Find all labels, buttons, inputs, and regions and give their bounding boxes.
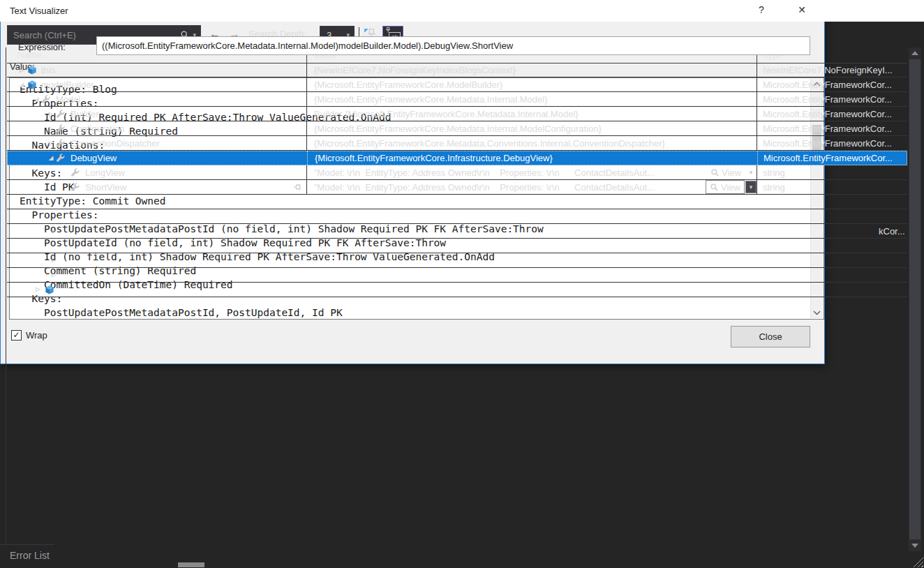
object-icon — [27, 80, 38, 90]
locals-row-partial[interactable]: ▷ — [7, 253, 907, 268]
expander-collapsed-icon[interactable]: ▷ — [46, 111, 56, 117]
locals-tool-window: Locals ▾ ✕ ▾ ← → Search Depth: 3 ▾ — [0, 0, 924, 568]
variable-value: {Microsoft.EntityFrameworkCore.Infrastru… — [315, 153, 757, 163]
object-icon — [44, 285, 56, 295]
locals-row-DebugView[interactable]: ◢DebugView{Microsoft.EntityFrameworkCore… — [7, 151, 907, 165]
locals-row-LongView[interactable]: LongView"Model: \r\n EntityType: Address… — [7, 165, 907, 180]
scroll-down-icon[interactable] — [911, 544, 918, 548]
variable-value: Builder {Microsoft.EntityFrameworkCore.M… — [314, 109, 757, 119]
expander-collapsed-icon[interactable]: ▷ — [49, 271, 59, 278]
variable-type: Microsoft.EntityFrameworkCor... — [757, 107, 907, 121]
variable-value: {Microsoft.EntityFrameworkCore.Metadata.… — [314, 124, 757, 134]
variable-name: DebugView — [70, 153, 117, 163]
expander-collapsed-icon[interactable]: ▷ — [49, 227, 59, 234]
locals-row-modelBuilder[interactable]: ◢modelBuilder{Microsoft.EntityFrameworkC… — [7, 77, 907, 92]
variable-name: modelBuilder — [41, 80, 94, 90]
background-scrollbar-fragment — [178, 562, 204, 567]
locals-row-Model[interactable]: ◢Model{Microsoft.EntityFrameworkCore.Met… — [7, 92, 907, 107]
variable-name: Model — [56, 94, 80, 105]
pin-to-source-button[interactable] — [293, 182, 303, 192]
property-wrench-icon — [56, 109, 66, 119]
property-icon — [56, 124, 68, 134]
expander-collapsed-icon[interactable]: ▷ — [17, 67, 27, 73]
variable-type: string — [757, 165, 907, 179]
expander-expanded-icon[interactable]: ◢ — [17, 81, 27, 88]
locals-row-partial[interactable] — [7, 239, 907, 253]
variable-value: "Model: \r\n EntityType: Address Owned\r… — [314, 182, 706, 193]
locals-row-Configuration[interactable]: ▷Configuration{Microsoft.EntityFramework… — [7, 121, 907, 136]
variable-value: {Microsoft.EntityFrameworkCore.Metadata.… — [314, 138, 757, 149]
locals-row-partial[interactable] — [7, 209, 907, 224]
property-icon — [56, 109, 68, 119]
view-dropdown-caret-icon[interactable]: ▾ — [745, 166, 757, 179]
locals-rows: ▷this{NewInEfCore7.NoForeignKeyIndexBlog… — [0, 0, 924, 568]
property-icon — [56, 138, 68, 149]
locals-vertical-scrollbar[interactable] — [909, 47, 921, 551]
expander-collapsed-icon[interactable]: ▷ — [49, 257, 59, 263]
magnifier-icon — [710, 183, 719, 192]
pin-to-source-icon — [293, 182, 303, 192]
variable-name: LongView — [85, 167, 125, 178]
variable-name: ShortView — [85, 182, 126, 193]
locals-row-this[interactable]: ▷this{NewInEfCore7.NoForeignKeyIndexBlog… — [7, 63, 907, 77]
expander-expanded-icon[interactable]: ◢ — [31, 96, 41, 103]
property-wrench-icon — [70, 167, 80, 177]
variable-name: ConventionDispatcher — [70, 138, 160, 149]
property-wrench-icon — [56, 138, 66, 148]
locals-row-partial[interactable] — [7, 195, 907, 209]
locals-row-Builder[interactable]: ▷BuilderBuilder {Microsoft.EntityFramewo… — [7, 107, 907, 121]
expander-collapsed-icon[interactable]: ▷ — [46, 126, 56, 132]
property-icon — [70, 182, 82, 193]
variable-value: {Microsoft.EntityFrameworkCore.Metadata.… — [314, 94, 757, 105]
expander-collapsed-icon[interactable]: ▷ — [46, 140, 56, 147]
property-wrench-icon — [41, 94, 51, 104]
variable-name: Configuration — [70, 124, 124, 134]
magnifier-icon — [710, 168, 720, 177]
variable-type: Microsoft.EntityFrameworkCor... — [757, 77, 907, 91]
scroll-up-icon[interactable] — [911, 51, 918, 55]
view-button-label: View — [722, 167, 741, 178]
locals-row-partial[interactable]: ▷ — [7, 268, 907, 283]
variable-name: Builder — [70, 109, 98, 119]
variable-value: {NewInEfCore7.NoForeignKeyIndexBlogsCont… — [314, 65, 757, 75]
object-icon — [27, 65, 38, 75]
locals-row-partial[interactable]: ▷ — [7, 283, 907, 297]
object-icon — [44, 285, 55, 295]
variable-value: "Model: \r\n EntityType: Address Owned\r… — [314, 167, 706, 178]
variable-type: Microsoft.EntityFrameworkCor... — [757, 136, 907, 150]
property-icon — [70, 167, 82, 178]
variable-type: Microsoft.EntityFrameworkCor... — [757, 121, 907, 135]
locals-row-partial[interactable]: ▷kCor... — [7, 224, 907, 239]
view-dropdown-caret-icon[interactable]: ▾ — [745, 181, 757, 193]
variable-type: NewInEfCore7.NoForeignKeyI... — [757, 63, 907, 77]
object-icon — [27, 65, 38, 75]
locals-row-ShortView[interactable]: ShortView"Model: \r\n EntityType: Addres… — [7, 180, 907, 195]
variable-type: Microsoft.EntityFrameworkCor... — [757, 151, 907, 165]
variable-type: string — [757, 180, 907, 194]
locals-row-ConventionDispatcher[interactable]: ▷ConventionDispatcher{Microsoft.EntityFr… — [7, 136, 907, 151]
property-wrench-icon — [70, 182, 80, 192]
variable-type-fragment: kCor... — [879, 226, 905, 237]
variable-type: Microsoft.EntityFrameworkCor... — [757, 92, 907, 106]
expander-expanded-icon[interactable]: ◢ — [46, 154, 56, 161]
property-icon — [56, 153, 68, 163]
view-visualizer-button[interactable]: View▾ — [706, 180, 757, 194]
view-visualizer-button[interactable]: View▾ — [706, 165, 757, 179]
property-icon — [41, 94, 53, 105]
property-wrench-icon — [56, 153, 66, 163]
object-icon — [27, 80, 38, 90]
variable-name: this — [41, 65, 55, 75]
view-button-label: View — [721, 182, 740, 193]
variable-value: {Microsoft.EntityFrameworkCore.ModelBuil… — [314, 80, 757, 90]
property-wrench-icon — [56, 124, 66, 133]
scrollbar-thumb[interactable] — [909, 59, 921, 539]
expander-collapsed-icon[interactable]: ▷ — [33, 286, 43, 292]
